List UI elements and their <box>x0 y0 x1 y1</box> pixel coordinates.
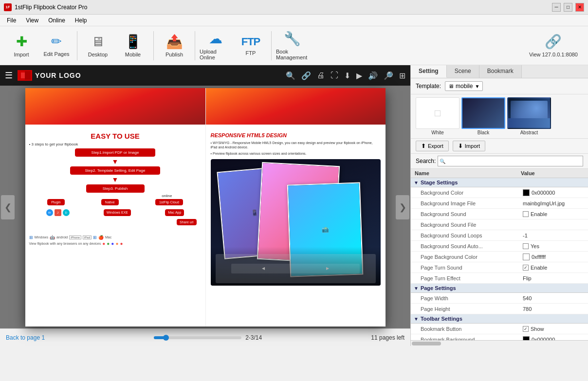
row-page-background-color[interactable]: Page Background Color 0xffffff <box>411 252 588 262</box>
bg-sound-auto-checkbox[interactable] <box>523 243 529 249</box>
theme-thumbnails: □ White Black Abstract <box>411 94 588 139</box>
row-value-background-color: 0x000000 <box>520 189 588 197</box>
app-title: 1stFlip Flipbook Creator Pro <box>15 4 87 11</box>
search-input[interactable] <box>438 156 583 166</box>
menu-file[interactable]: File <box>2 16 21 25</box>
close-button[interactable]: ✕ <box>575 3 584 12</box>
row-background-sound-file[interactable]: Background Sound File <box>411 219 588 230</box>
publish-button[interactable]: 📤 Publish <box>158 29 191 63</box>
row-background-image[interactable]: Background Image File mainbgImgUrl.jpg <box>411 198 588 209</box>
row-label-bookmark-button: Bookmark Button <box>411 326 520 332</box>
book-container: ❮ EASY TO USE • 3 steps to get your flip… <box>0 86 410 328</box>
search-icon[interactable]: 🔎 <box>384 71 393 80</box>
template-value: mobile <box>456 83 473 90</box>
svg-rect-1 <box>25 71 31 80</box>
download-icon[interactable]: ⬇ <box>344 71 350 80</box>
export-button[interactable]: ⬆ Export <box>416 141 449 151</box>
arrow-2: ▼ <box>112 176 119 183</box>
section-toolbar-settings[interactable]: ▼ Toolbar Settings <box>411 314 588 324</box>
maximize-button[interactable]: □ <box>564 3 572 12</box>
row-background-sound-auto[interactable]: Background Sound Auto... Yes <box>411 241 588 252</box>
share-url-box: Share url <box>177 219 196 225</box>
theme-white[interactable]: □ White <box>416 97 459 135</box>
section-stage-settings[interactable]: ▼ Stage Settings <box>411 178 588 187</box>
section-page-label: Page Settings <box>421 285 456 291</box>
back-to-page-link[interactable]: Back to page 1 <box>6 334 45 341</box>
row-background-sound[interactable]: Background Sound Enable <box>411 209 588 219</box>
col-header-name: Name <box>415 170 521 176</box>
row-background-sound-loops[interactable]: Background Sound Loops -1 <box>411 230 588 241</box>
row-bookmark-button[interactable]: Bookmark Button Show <box>411 324 588 334</box>
theme-white-preview: □ <box>416 97 459 129</box>
page-left-title: EASY TO USE <box>29 132 202 140</box>
tab-setting[interactable]: Setting <box>411 65 447 78</box>
desktop-button[interactable]: 🖥 Desktop <box>81 29 114 63</box>
sound-icon[interactable]: 🔊 <box>368 71 378 80</box>
grid-icon[interactable]: ⊞ <box>399 71 405 80</box>
export-icon: ⬆ <box>421 143 426 149</box>
row-value-background-sound-file <box>520 224 588 225</box>
hamburger-icon[interactable]: ☰ <box>5 70 13 81</box>
row-value-background-sound-auto: Yes <box>520 243 588 250</box>
progress-bar[interactable] <box>154 336 241 339</box>
h-scroll-thumb[interactable] <box>412 342 441 345</box>
upload-online-button[interactable]: ☁ Upload Online <box>199 29 232 63</box>
import-button[interactable]: ✚ Import <box>5 29 38 63</box>
row-label-background-color: Background Color <box>411 189 520 196</box>
row-label-page-turn-effect: Page Turn Effect <box>411 275 520 282</box>
nav-previous-button[interactable]: ❮ <box>1 195 15 219</box>
mobile-button[interactable]: 📱 Mobile <box>116 29 149 63</box>
background-sound-checkbox[interactable] <box>523 211 529 217</box>
row-bookmark-background[interactable]: Bookmark Background ... 0x000000 <box>411 334 588 340</box>
toolbar-separator-1 <box>77 31 77 60</box>
section-page-settings[interactable]: ▼ Page Settings <box>411 284 588 293</box>
nav-next-button[interactable]: ❯ <box>396 195 409 219</box>
row-page-width[interactable]: Page Width 540 <box>411 293 588 304</box>
menu-help[interactable]: Help <box>70 16 92 25</box>
row-value-page-background-color: 0xffffff <box>520 253 588 261</box>
book-mgmt-button[interactable]: 🔧 Book Management <box>276 29 309 63</box>
ftp-button[interactable]: FTP FTP <box>234 29 267 63</box>
template-select[interactable]: 🖥 mobile ▼ <box>445 81 483 91</box>
edit-pages-button[interactable]: ✏ Edit Pages <box>40 29 73 63</box>
row-background-color[interactable]: Background Color 0x000000 <box>411 187 588 198</box>
template-label: Template: <box>416 83 441 90</box>
row-page-turn-sound[interactable]: Page Turn Sound Enable <box>411 262 588 273</box>
page-background-color-swatch[interactable] <box>523 254 530 260</box>
bookmark-button-checkbox[interactable] <box>523 326 529 332</box>
book-mgmt-icon: 🔧 <box>284 31 301 47</box>
tab-scene[interactable]: Scene <box>447 65 479 78</box>
bookmark-background-swatch[interactable] <box>523 336 530 341</box>
theme-abstract[interactable]: Abstract <box>507 97 551 135</box>
view-local-button[interactable]: 🔗 View 127.0.0.1:8080 <box>524 29 583 63</box>
menu-online[interactable]: Online <box>43 16 70 25</box>
row-page-turn-effect[interactable]: Page Turn Effect Flip <box>411 273 588 284</box>
search-label: Search: <box>416 158 436 164</box>
share-icon[interactable]: 🔗 <box>301 71 311 80</box>
tab-bookmark[interactable]: Bookmark <box>479 65 522 78</box>
collapse-arrow-toolbar-icon: ▼ <box>414 316 419 322</box>
wordpress-icon: W <box>46 209 53 216</box>
step3-box: Step3. Publish <box>86 184 145 193</box>
export-label: Export <box>428 143 443 149</box>
background-color-swatch[interactable] <box>523 189 530 196</box>
section-stage-label: Stage Settings <box>421 180 458 185</box>
horizontal-scrollbar[interactable] <box>411 340 588 346</box>
template-icon: 🖥 <box>448 83 454 89</box>
ftp-icon: FTP <box>241 36 260 48</box>
theme-black[interactable]: Black <box>461 97 505 135</box>
import-settings-button[interactable]: ⬇ Import <box>453 141 485 151</box>
desktop-icon: 🖥 <box>91 34 105 50</box>
play-icon[interactable]: ▶ <box>356 71 362 80</box>
menu-view[interactable]: View <box>21 16 43 25</box>
native-box: Native <box>101 199 119 205</box>
svg-rect-2 <box>21 73 25 78</box>
row-value-bookmark-background: 0x000000 <box>520 336 588 341</box>
row-page-height[interactable]: Page Height 780 <box>411 304 588 314</box>
print-icon[interactable]: 🖨 <box>317 71 325 80</box>
fullscreen-icon[interactable]: ⛶ <box>331 71 338 80</box>
minimize-button[interactable]: ─ <box>552 3 561 12</box>
row-label-background-image: Background Image File <box>411 200 520 207</box>
zoom-in-icon[interactable]: 🔍 <box>286 71 295 80</box>
page-turn-sound-checkbox[interactable] <box>523 265 529 271</box>
